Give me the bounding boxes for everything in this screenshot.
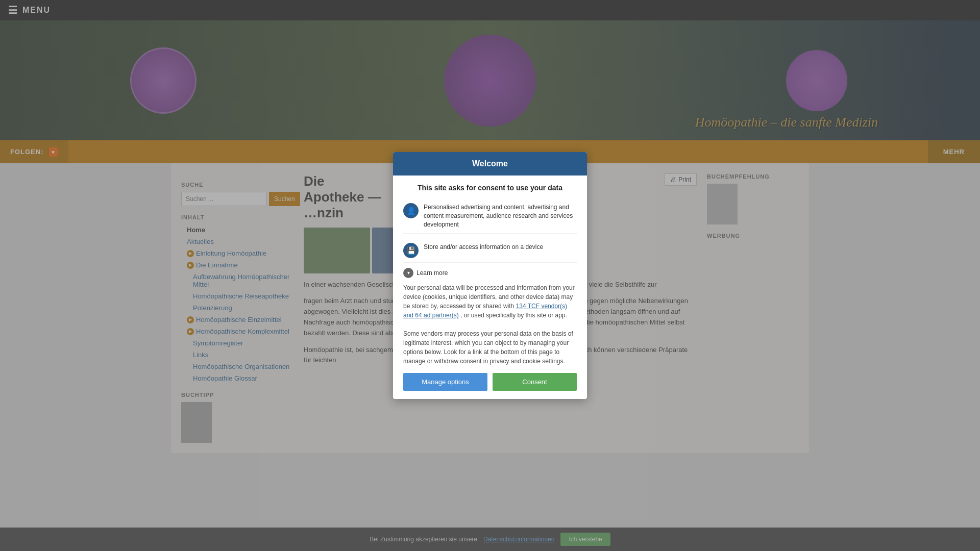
manage-options-button[interactable]: Manage options: [403, 373, 487, 391]
chevron-down-icon: ▾: [403, 268, 413, 278]
consent-overlay: Welcome This site asks for consent to us…: [0, 0, 980, 453]
learn-more-label: Learn more: [416, 269, 448, 277]
consent-feature-1-text: Personalised advertising and content, ad…: [424, 203, 577, 229]
consent-body: This site asks for consent to use your d…: [393, 176, 587, 398]
consent-modal: Welcome This site asks for consent to us…: [393, 152, 587, 398]
consent-feature-1: 👤 Personalised advertising and content, …: [403, 199, 577, 233]
consent-description: Your personal data will be processed and…: [403, 283, 577, 366]
device-storage-icon: 💾: [403, 243, 419, 258]
learn-more-row[interactable]: ▾ Learn more: [403, 268, 577, 278]
consent-button[interactable]: Consent: [493, 373, 577, 391]
consent-title: This site asks for consent to use your d…: [403, 184, 577, 192]
consent-feature-2-text: Store and/or access information on a dev…: [424, 243, 543, 252]
personalized-ads-icon: 👤: [403, 203, 419, 218]
consent-buttons: Manage options Consent: [403, 373, 577, 391]
consent-feature-2: 💾 Store and/or access information on a d…: [403, 239, 577, 263]
consent-header: Welcome: [393, 152, 587, 176]
